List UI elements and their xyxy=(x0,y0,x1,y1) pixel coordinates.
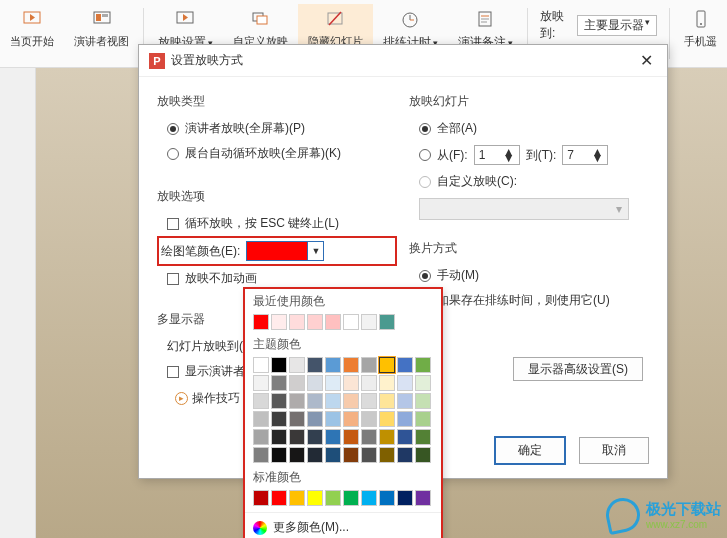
color-swatch[interactable] xyxy=(343,429,359,445)
color-swatch[interactable] xyxy=(307,447,323,463)
color-swatch[interactable] xyxy=(361,393,377,409)
color-swatch[interactable] xyxy=(343,490,359,506)
color-swatch[interactable] xyxy=(361,411,377,427)
color-swatch[interactable] xyxy=(271,357,287,373)
color-swatch[interactable] xyxy=(325,357,341,373)
color-swatch[interactable] xyxy=(307,429,323,445)
color-swatch[interactable] xyxy=(289,447,305,463)
color-swatch[interactable] xyxy=(289,393,305,409)
color-swatch[interactable] xyxy=(253,411,269,427)
radio-presenter[interactable] xyxy=(167,123,179,135)
color-swatch[interactable] xyxy=(415,393,431,409)
radio-range[interactable] xyxy=(419,149,431,161)
color-swatch[interactable] xyxy=(307,314,323,330)
ribbon-phone-remote[interactable]: 手机遥 xyxy=(674,4,727,63)
color-swatch[interactable] xyxy=(325,314,341,330)
pen-color-picker[interactable]: ▼ xyxy=(246,241,324,261)
color-swatch[interactable] xyxy=(325,375,341,391)
display-select[interactable]: 主要显示器 ▾ xyxy=(577,15,657,36)
color-swatch[interactable] xyxy=(379,314,395,330)
color-swatch[interactable] xyxy=(325,429,341,445)
check-no-anim[interactable] xyxy=(167,273,179,285)
color-swatch[interactable] xyxy=(397,490,413,506)
color-swatch[interactable] xyxy=(379,357,395,373)
color-swatch[interactable] xyxy=(343,314,359,330)
color-swatch[interactable] xyxy=(343,411,359,427)
color-swatch[interactable] xyxy=(253,393,269,409)
color-swatch[interactable] xyxy=(307,393,323,409)
color-swatch[interactable] xyxy=(271,375,287,391)
color-swatch[interactable] xyxy=(253,375,269,391)
color-swatch[interactable] xyxy=(253,357,269,373)
color-swatch[interactable] xyxy=(343,447,359,463)
radio-all[interactable] xyxy=(419,123,431,135)
color-swatch[interactable] xyxy=(343,357,359,373)
thumbnail-rail[interactable] xyxy=(0,68,36,538)
color-swatch[interactable] xyxy=(307,411,323,427)
color-swatch[interactable] xyxy=(379,411,395,427)
color-swatch[interactable] xyxy=(415,411,431,427)
more-colors-button[interactable]: 更多颜色(M)... xyxy=(245,512,441,538)
radio-kiosk[interactable] xyxy=(167,148,179,160)
color-swatch[interactable] xyxy=(397,429,413,445)
site-logo: 极光下载站www.xz7.com xyxy=(606,498,721,532)
color-swatch[interactable] xyxy=(289,314,305,330)
color-swatch[interactable] xyxy=(271,429,287,445)
color-swatch[interactable] xyxy=(325,490,341,506)
color-swatch[interactable] xyxy=(379,393,395,409)
color-swatch[interactable] xyxy=(397,447,413,463)
color-swatch[interactable] xyxy=(415,375,431,391)
color-swatch[interactable] xyxy=(343,393,359,409)
color-swatch[interactable] xyxy=(253,314,269,330)
color-swatch[interactable] xyxy=(307,490,323,506)
cancel-button[interactable]: 取消 xyxy=(579,437,649,464)
color-swatch[interactable] xyxy=(271,411,287,427)
check-loop[interactable] xyxy=(167,218,179,230)
color-swatch[interactable] xyxy=(397,375,413,391)
ok-button[interactable]: 确定 xyxy=(495,437,565,464)
color-swatch[interactable] xyxy=(415,357,431,373)
color-swatch[interactable] xyxy=(397,411,413,427)
color-swatch[interactable] xyxy=(289,490,305,506)
color-swatch[interactable] xyxy=(253,447,269,463)
color-swatch[interactable] xyxy=(361,375,377,391)
advanced-display-button[interactable]: 显示器高级设置(S) xyxy=(513,357,643,381)
color-swatch[interactable] xyxy=(397,393,413,409)
color-swatch[interactable] xyxy=(253,429,269,445)
color-swatch[interactable] xyxy=(397,357,413,373)
color-swatch[interactable] xyxy=(253,490,269,506)
radio-manual[interactable] xyxy=(419,270,431,282)
color-swatch[interactable] xyxy=(325,447,341,463)
color-swatch[interactable] xyxy=(271,314,287,330)
color-swatch[interactable] xyxy=(289,375,305,391)
color-swatch[interactable] xyxy=(307,357,323,373)
close-button[interactable]: ✕ xyxy=(636,51,657,70)
color-swatch[interactable] xyxy=(379,375,395,391)
ribbon-presenter-view[interactable]: 演讲者视图 xyxy=(64,4,139,63)
color-swatch[interactable] xyxy=(271,447,287,463)
color-swatch[interactable] xyxy=(415,490,431,506)
color-swatch[interactable] xyxy=(289,411,305,427)
to-spinner[interactable]: 7▲▼ xyxy=(562,145,608,165)
color-swatch[interactable] xyxy=(379,490,395,506)
color-swatch[interactable] xyxy=(379,447,395,463)
color-swatch[interactable] xyxy=(343,375,359,391)
color-swatch[interactable] xyxy=(361,357,377,373)
color-swatch[interactable] xyxy=(325,393,341,409)
color-swatch[interactable] xyxy=(307,375,323,391)
color-swatch[interactable] xyxy=(361,314,377,330)
color-swatch[interactable] xyxy=(415,447,431,463)
color-swatch[interactable] xyxy=(361,490,377,506)
check-show-presenter[interactable] xyxy=(167,366,179,378)
color-swatch[interactable] xyxy=(415,429,431,445)
from-spinner[interactable]: 1▲▼ xyxy=(474,145,520,165)
color-swatch[interactable] xyxy=(289,357,305,373)
color-swatch[interactable] xyxy=(271,393,287,409)
ribbon-start-current[interactable]: 当页开始 xyxy=(0,4,64,63)
color-swatch[interactable] xyxy=(379,429,395,445)
color-swatch[interactable] xyxy=(325,411,341,427)
color-swatch[interactable] xyxy=(361,429,377,445)
color-swatch[interactable] xyxy=(271,490,287,506)
color-swatch[interactable] xyxy=(361,447,377,463)
color-swatch[interactable] xyxy=(289,429,305,445)
